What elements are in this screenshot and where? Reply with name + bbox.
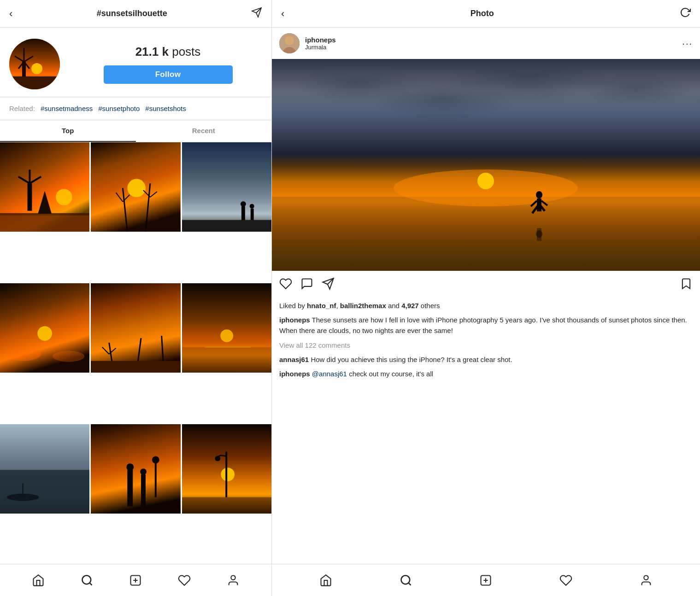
caption-text: These sunsets are how I fell in love wit… — [279, 316, 687, 334]
comment-1-text: How did you achieve this using the iPhon… — [309, 356, 512, 363]
right-back-button[interactable]: ‹ — [281, 8, 284, 20]
posts-count: 21.1 k posts — [135, 45, 201, 59]
related-tag-1[interactable]: #sunsetmadness — [41, 105, 93, 112]
send-icon[interactable] — [251, 7, 262, 21]
nav-profile-left[interactable] — [223, 570, 243, 590]
nav-home-right[interactable] — [316, 570, 336, 590]
post-avatar[interactable] — [279, 33, 300, 53]
post-more-button[interactable]: ··· — [682, 38, 693, 49]
nav-add-left[interactable] — [125, 570, 146, 590]
caption-username[interactable]: iphoneps — [279, 316, 310, 324]
post-location[interactable]: Jurmala — [305, 44, 676, 51]
svg-point-36 — [5, 347, 41, 361]
svg-rect-19 — [0, 216, 89, 232]
related-label: Related: — [9, 105, 35, 112]
post-user-row: iphoneps Jurmala ··· — [272, 28, 700, 59]
nav-search-left[interactable] — [77, 570, 97, 590]
back-button[interactable]: ‹ — [9, 8, 12, 20]
view-all-comments[interactable]: View all 122 comments — [272, 339, 700, 353]
comment-row-1: annasj61 How did you achieve this using … — [272, 353, 700, 367]
svg-rect-54 — [128, 470, 133, 506]
related-tag-3[interactable]: #sunsetshots — [145, 105, 186, 112]
svg-point-70 — [231, 575, 235, 579]
nav-home-left[interactable] — [28, 570, 48, 590]
share-button[interactable] — [322, 277, 335, 293]
right-header: ‹ Photo — [272, 0, 700, 28]
nav-heart-left[interactable] — [174, 570, 194, 590]
svg-rect-33 — [182, 220, 271, 232]
comment-button[interactable] — [300, 277, 313, 293]
post-actions — [272, 271, 700, 300]
svg-rect-28 — [182, 142, 271, 232]
post-user-info: iphoneps Jurmala — [305, 36, 676, 51]
svg-rect-62 — [225, 451, 227, 497]
svg-point-91 — [644, 575, 648, 579]
svg-rect-53 — [91, 424, 180, 514]
grid-item-1[interactable] — [0, 142, 89, 232]
comment-row-2: iphoneps @annasj61 check out my course, … — [272, 367, 700, 381]
left-bottom-nav — [0, 564, 271, 596]
nav-add-right[interactable] — [476, 570, 496, 590]
svg-point-59 — [152, 456, 159, 463]
tab-recent[interactable]: Recent — [136, 120, 272, 142]
left-panel: ‹ #sunsetsilhouette — [0, 0, 272, 596]
follow-button[interactable]: Follow — [104, 65, 233, 84]
svg-point-72 — [285, 36, 294, 45]
nav-profile-right[interactable] — [636, 570, 656, 590]
svg-rect-44 — [91, 361, 180, 373]
right-title: Photo — [471, 9, 494, 18]
comment-2-text: check out my course, it's all — [347, 370, 433, 378]
grid-item-5[interactable] — [91, 283, 180, 373]
svg-point-30 — [241, 201, 246, 207]
left-header: ‹ #sunsetsilhouette — [0, 0, 271, 28]
grid-item-2[interactable] — [91, 142, 180, 232]
post-username[interactable]: iphoneps — [305, 36, 676, 44]
comment-2-mention[interactable]: @annasj61 — [312, 370, 347, 378]
liked-by-1[interactable]: hnato_nf — [307, 302, 336, 310]
tabs-section: Top Recent — [0, 120, 271, 142]
svg-point-86 — [401, 575, 410, 584]
comment-2-username[interactable]: iphoneps — [279, 370, 310, 378]
svg-point-76 — [536, 191, 542, 199]
comment-1-username[interactable]: annasj61 — [279, 356, 309, 363]
grid-item-8[interactable] — [91, 424, 180, 514]
grid-item-6[interactable] — [182, 283, 271, 373]
liked-by-2[interactable]: ballin2themax — [340, 302, 386, 310]
svg-point-13 — [56, 189, 72, 205]
svg-point-37 — [53, 351, 84, 362]
grid-item-9[interactable] — [182, 424, 271, 514]
svg-rect-64 — [182, 497, 271, 514]
nav-heart-right[interactable] — [556, 570, 576, 590]
svg-point-65 — [82, 575, 91, 584]
related-tag-2[interactable]: #sunsetphoto — [98, 105, 140, 112]
like-button[interactable] — [279, 277, 292, 293]
svg-rect-47 — [182, 347, 271, 373]
svg-point-55 — [127, 463, 134, 471]
svg-point-63 — [215, 456, 220, 461]
grid-item-4[interactable] — [0, 283, 89, 373]
grid-item-7[interactable] — [0, 424, 89, 514]
svg-point-32 — [249, 204, 254, 209]
svg-point-3 — [31, 63, 42, 74]
hashtag-avatar — [9, 39, 60, 89]
svg-rect-56 — [141, 474, 146, 506]
svg-rect-14 — [27, 183, 32, 210]
post-caption: iphoneps These sunsets are how I fell in… — [272, 313, 700, 339]
svg-point-46 — [220, 329, 233, 342]
svg-line-66 — [89, 583, 92, 585]
nav-search-right[interactable] — [396, 570, 416, 590]
tab-top[interactable]: Top — [0, 120, 136, 142]
svg-point-61 — [221, 467, 235, 481]
svg-rect-50 — [0, 470, 89, 514]
svg-point-21 — [128, 179, 146, 197]
post-image[interactable] — [272, 59, 700, 271]
bookmark-button[interactable] — [680, 277, 693, 293]
right-bottom-nav — [272, 564, 700, 596]
svg-point-35 — [37, 326, 52, 341]
hashtag-title: #sunsetsilhouette — [97, 9, 167, 18]
svg-rect-29 — [241, 206, 245, 222]
hashtag-profile: 21.1 k posts Follow — [0, 28, 271, 97]
refresh-icon[interactable] — [680, 7, 691, 21]
grid-item-3[interactable] — [182, 142, 271, 232]
related-section: Related: #sunsetmadness #sunsetphoto #su… — [0, 97, 271, 120]
